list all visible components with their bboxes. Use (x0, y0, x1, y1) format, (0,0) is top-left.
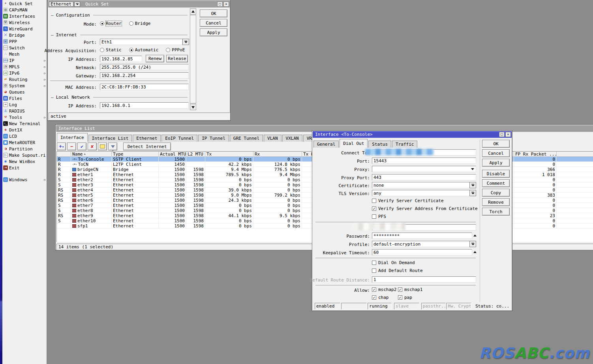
sidebar-item-ppp[interactable]: ⌁PPP (2, 38, 47, 45)
allow-chap-checkbox[interactable]: ✓chap (372, 295, 398, 300)
tls-version-select[interactable] (372, 190, 476, 196)
sidebar-item-log[interactable]: ≡Log (2, 101, 47, 108)
local-ip-input[interactable] (100, 102, 189, 109)
radio-bridge[interactable]: Bridge (129, 21, 151, 26)
default-route-distance-input[interactable] (372, 276, 476, 283)
allow-mschap2-checkbox[interactable]: ✓mschap2 (372, 287, 398, 292)
sidebar-item-dot1x[interactable]: ◈Dot1X (2, 127, 47, 133)
remove-button[interactable]: Remove (482, 198, 510, 206)
sidebar-item-radius[interactable]: ♙RADIUS (2, 108, 47, 114)
ok-button[interactable]: OK (200, 9, 227, 17)
fp-rx-packet-column-header[interactable]: FP Rx Packet ... (514, 152, 557, 156)
renew-button[interactable]: Renew (146, 55, 164, 62)
sidebar-item-routing[interactable]: ⇄Routing▷ (2, 76, 47, 83)
sidebar-item-bridge[interactable]: ⤫Bridge (2, 32, 47, 38)
port-dropdown-icon[interactable] (182, 39, 189, 45)
maximize-icon[interactable]: □ (217, 2, 223, 7)
comment-button[interactable]: Comment (482, 179, 510, 187)
tab-traffic[interactable]: Traffic (392, 141, 417, 148)
type-column-header[interactable]: Type (112, 152, 159, 156)
radio-automatic[interactable]: Automatic (129, 47, 159, 53)
netmask-input[interactable] (100, 64, 189, 70)
gateway-input[interactable] (100, 72, 189, 79)
tab-eoip-tunnel[interactable]: EoIP Tunnel (161, 135, 197, 142)
tab-dial-out[interactable]: Dial Out (340, 139, 368, 148)
name-column-header[interactable]: Name▲ (71, 152, 112, 156)
scroll-up-button[interactable] (190, 8, 196, 15)
proxy-dropdown-icon[interactable] (471, 168, 474, 170)
torch-button[interactable]: Torch (482, 208, 510, 216)
detect-internet-button[interactable]: Detect Internet (123, 143, 171, 150)
sidebar-item-files[interactable]: ▤Files (2, 95, 47, 101)
allow-pap-checkbox[interactable]: ✓pap (398, 295, 424, 300)
profile-select[interactable] (372, 241, 476, 247)
scroll-down-button[interactable] (190, 104, 196, 110)
sidebar-item-switch[interactable]: ⋯Switch (2, 45, 47, 51)
tab-general[interactable]: General (313, 141, 339, 148)
sidebar-item-system[interactable]: ⚙System▷ (2, 83, 47, 89)
disable-button[interactable]: ✘ (88, 143, 97, 150)
allow-mschap1-checkbox[interactable]: ✓mschap1 (398, 287, 424, 292)
tab-ethernet[interactable]: Ethernet (133, 135, 161, 142)
certificate-dropdown-icon[interactable] (469, 182, 476, 188)
sidebar-item-quick-set[interactable]: ✦Quick Set (2, 0, 47, 7)
flags-column-header[interactable] (57, 152, 71, 156)
tab-gre-tunnel[interactable]: GRE Tunnel (230, 135, 263, 142)
apply-button[interactable]: Apply (482, 159, 510, 167)
sidebar-item-mpls[interactable]: ◔MPLS▷ (2, 64, 47, 70)
verify-server-address-checkbox[interactable]: ✓Verify Server Address From Certificate (372, 206, 478, 211)
proxy-port-input[interactable] (372, 174, 476, 180)
tx-column-header[interactable]: Tx (205, 152, 253, 156)
mac-address-input[interactable] (100, 84, 189, 90)
add-button[interactable]: +▼ (57, 143, 66, 150)
keepalive-spinner-icon[interactable] (473, 251, 477, 253)
comment-button[interactable] (98, 143, 107, 150)
disable-button[interactable]: Disable (482, 170, 510, 178)
add-default-route-checkbox[interactable]: ✓Add Default Route (372, 268, 423, 273)
actual-mtu-column-header[interactable]: Actual MTU (159, 152, 186, 156)
profile-dropdown-icon[interactable] (469, 241, 476, 247)
close-icon[interactable]: ✕ (223, 2, 229, 7)
radio-pppoe[interactable]: PPPoE (166, 47, 185, 53)
quickset-mode-combobox[interactable]: Ethernet (49, 2, 73, 7)
sidebar-item-queues[interactable]: ◕Queues (2, 89, 47, 95)
dial-on-demand-checkbox[interactable]: ✓Dial On Demand (372, 260, 415, 265)
sidebar-item-windows[interactable]: ▭Windows▷ (2, 176, 47, 183)
sidebar-item-capsman[interactable]: ◍CAPsMAN (2, 7, 47, 13)
verify-server-certificate-checkbox[interactable]: ✓Verify Server Certificate (372, 198, 444, 203)
sidebar-item-new-terminal[interactable]: ›_New Terminal (2, 120, 47, 127)
sidebar-item-ipv6[interactable]: v6IPv6▷ (2, 70, 47, 76)
l2-mtu-column-header[interactable]: L2 MTU (186, 152, 205, 156)
proxy-input[interactable] (372, 166, 476, 172)
sidebar-item-ip[interactable]: 255IP▷ (2, 57, 47, 64)
sidebar-item-new-winbox[interactable]: ◉New WinBox (2, 158, 47, 165)
scrollbar-thumb[interactable] (190, 15, 196, 103)
ip-address-input[interactable] (100, 56, 142, 62)
tab-ip-tunnel[interactable]: IP Tunnel (198, 135, 229, 142)
tls-version-dropdown-icon[interactable] (469, 190, 476, 196)
dialog-titlebar[interactable]: Interface <To-Console> □ ✕ (313, 131, 512, 138)
ok-button[interactable]: OK (482, 140, 510, 148)
rx-column-header[interactable]: Rx (253, 152, 302, 156)
sidebar-item-wireless[interactable]: ΨWireless (2, 19, 47, 26)
tab-vlan[interactable]: VLAN (264, 135, 281, 142)
radio-static[interactable]: Static (100, 47, 122, 53)
tab-interface[interactable]: Interface (57, 133, 88, 142)
release-button[interactable]: Release (166, 55, 188, 62)
filter-button[interactable] (108, 143, 117, 150)
sidebar-item-partition[interactable]: ◑Partition (2, 146, 47, 152)
cancel-button[interactable]: Cancel (200, 19, 227, 27)
quick-set-titlebar[interactable]: Ethernet Quick Set □ ✕ (48, 1, 230, 8)
enable-button[interactable]: ✔ (77, 143, 86, 150)
sidebar-item-make-supout-rif[interactable]: ▷Make Supout.rif (2, 152, 47, 158)
password-spinner-icon[interactable] (473, 235, 477, 236)
maximize-icon[interactable]: □ (499, 132, 505, 137)
tab-vxlan[interactable]: VXLAN (282, 135, 302, 142)
cancel-button[interactable]: Cancel (482, 149, 510, 157)
tab-status[interactable]: Status (368, 141, 391, 148)
tab-interface-list[interactable]: Interface List (88, 135, 132, 142)
sidebar-item-lcd[interactable]: ▭LCD (2, 133, 47, 139)
sidebar-item-metarouter[interactable]: ▣MetaROUTER (2, 139, 47, 146)
password-input[interactable] (372, 233, 472, 239)
sidebar-item-mesh[interactable]: ∴Mesh (2, 51, 47, 57)
